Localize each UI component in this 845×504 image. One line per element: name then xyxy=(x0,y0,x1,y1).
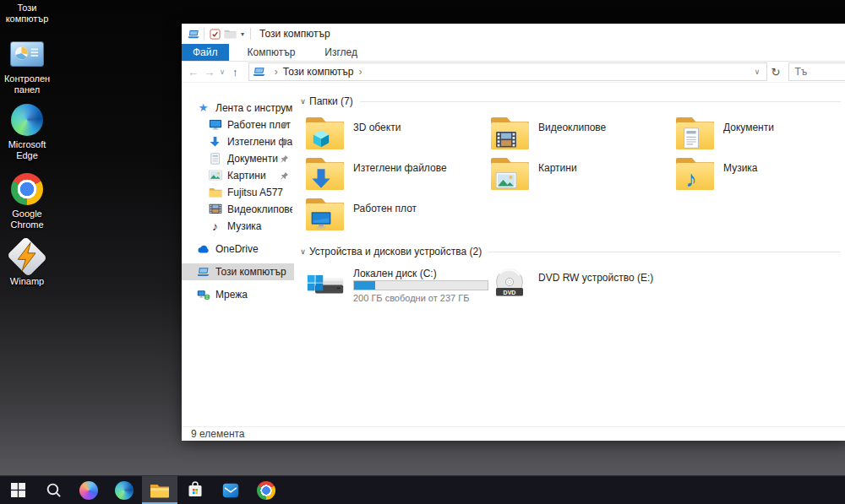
folder-tile-desktop[interactable]: Работен плот xyxy=(306,197,491,237)
music-icon: ♪ xyxy=(208,220,222,233)
search-input[interactable]: Тъ xyxy=(788,62,845,81)
music-folder-icon: ♪ xyxy=(676,158,714,190)
taskbar-search-button[interactable] xyxy=(35,476,71,504)
folders-grid: 3D обектиВидеоклиповеДокументиИзтеглени … xyxy=(306,116,845,237)
note-overlay-icon: ♪ xyxy=(680,167,702,190)
edge-icon xyxy=(115,481,134,500)
sidebar-item-label: Видеоклипове xyxy=(227,203,292,215)
ribbon-tabs: Файл Компютър Изглед xyxy=(182,44,845,62)
sidebar-item-documents[interactable]: Документи xyxy=(182,150,294,167)
sidebar-item-label: OneDrive xyxy=(215,243,292,255)
refresh-icon[interactable]: ↻ xyxy=(767,66,783,79)
sidebar-item-network[interactable]: Мрежа xyxy=(182,286,294,303)
up-icon[interactable]: ↑ xyxy=(227,66,243,79)
recent-locations-dropdown-icon[interactable]: ∨ xyxy=(217,68,226,76)
pin-icon xyxy=(280,171,289,181)
explorer-icon xyxy=(150,482,170,499)
breadcrumb-chevron-icon[interactable]: › xyxy=(354,66,368,78)
divider xyxy=(250,28,251,40)
sidebar-item-label: Лента с инструменти xyxy=(215,102,292,114)
device-tile-local-disk-c[interactable]: Локален диск (C:)200 ГБ свободни от 237 … xyxy=(306,268,491,304)
taskbar-outlook-button[interactable] xyxy=(213,476,248,504)
tab-view[interactable]: Изглед xyxy=(313,44,368,61)
folder-tile-label: Музика xyxy=(723,162,758,197)
taskbar-chrome-button[interactable] xyxy=(248,476,284,504)
pictures-icon xyxy=(208,170,222,182)
content-pane: ∨ Папки (7) 3D обектиВидеоклиповеДокумен… xyxy=(294,84,845,426)
folders-section-header[interactable]: ∨ Папки (7) xyxy=(297,94,841,109)
sidebar-item-fujitsu-a577[interactable]: Fujitsu A577 xyxy=(182,184,294,201)
sidebar-item-downloads[interactable]: Изтеглени файлове xyxy=(182,133,294,150)
desktop-icon-microsoft-edge[interactable]: Microsoft Edge xyxy=(2,103,52,161)
folder-icon xyxy=(208,187,222,199)
new-folder-icon[interactable] xyxy=(222,26,237,41)
taskbar-edge-button[interactable] xyxy=(106,476,142,504)
tab-file[interactable]: Файл xyxy=(182,44,229,61)
pc-icon xyxy=(196,266,210,279)
desktop-icon-this-pc[interactable]: Този компютър xyxy=(2,3,52,24)
network-icon xyxy=(196,289,210,301)
desktop-icon-google-chrome[interactable]: Google Chrome xyxy=(2,172,52,230)
breadcrumb-chevron-icon[interactable]: › xyxy=(270,66,283,78)
file-explorer-window: ▾ Този компютър Файл Компютър Изглед ← →… xyxy=(182,24,845,441)
folder-tile-label: Изтеглени файлове xyxy=(353,162,447,197)
folder-tile-label: 3D обекти xyxy=(353,122,401,156)
svg-text:DVD: DVD xyxy=(504,290,516,295)
chrome-icon xyxy=(257,481,275,500)
navigation-pane: ★Лента с инструментиРаботен плотИзтеглен… xyxy=(182,84,294,426)
folder-tile-3d-objects[interactable]: 3D обекти xyxy=(306,116,491,156)
breadcrumb[interactable]: Този компютър xyxy=(283,66,354,78)
folder-tile-label: Картини xyxy=(538,162,577,197)
taskbar-start-button[interactable] xyxy=(0,476,35,504)
window-body: ★Лента с инструментиРаботен плотИзтеглен… xyxy=(182,84,845,426)
folder-tile-videos[interactable]: Видеоклипове xyxy=(491,116,676,156)
folder-tile-downloads[interactable]: Изтеглени файлове xyxy=(306,156,491,197)
back-icon[interactable]: ← xyxy=(185,66,201,79)
pin-icon xyxy=(280,154,289,164)
desktop-icon-control-panel[interactable]: Контролен панел xyxy=(2,37,52,95)
sidebar-item-onedrive[interactable]: OneDrive xyxy=(182,241,294,257)
forward-icon[interactable]: → xyxy=(201,66,217,79)
sidebar-item-desktop[interactable]: Работен плот xyxy=(182,117,294,133)
properties-icon[interactable] xyxy=(207,26,222,41)
documents-icon xyxy=(208,153,222,165)
devices-section-header[interactable]: ∨ Устройства и дискови устройства (2) xyxy=(297,244,841,259)
folder-tile-music[interactable]: ♪Музика xyxy=(676,156,845,197)
sidebar-item-music[interactable]: ♪Музика xyxy=(182,218,294,235)
quick-access-dropdown-icon[interactable]: ▾ xyxy=(237,30,248,38)
sidebar-item-this-pc[interactable]: Този компютър xyxy=(182,263,294,280)
title-bar[interactable]: ▾ Този компютър xyxy=(182,24,845,44)
copilot-icon xyxy=(79,481,98,500)
collapse-chevron-icon[interactable]: ∨ xyxy=(297,97,309,106)
sidebar-item-label: Музика xyxy=(227,220,292,232)
pin-icon xyxy=(280,121,289,130)
window-pc-icon xyxy=(186,26,201,41)
taskbar-store-button[interactable] xyxy=(177,476,213,504)
tab-computer[interactable]: Компютър xyxy=(237,44,307,61)
downloads-folder-icon xyxy=(306,158,344,190)
photo-overlay-icon xyxy=(495,167,517,190)
address-bar[interactable]: › Този компютър › ∨ xyxy=(248,62,767,81)
monitor-overlay-icon xyxy=(310,208,332,230)
folder-tile-pictures[interactable]: Картини xyxy=(491,156,676,197)
section-rule xyxy=(360,101,841,102)
device-tile-dvd-rw-e[interactable]: DVDDVD RW устройство (E:) xyxy=(491,268,676,304)
address-dropdown-icon[interactable]: ∨ xyxy=(751,68,764,76)
address-toolbar: ← → ∨ ↑ › Този компютър › ∨ ↻ Тъ xyxy=(182,62,845,83)
desktop-icon-winamp[interactable]: Winamp xyxy=(2,240,52,287)
disk-usage-bar xyxy=(353,280,488,290)
collapse-chevron-icon[interactable]: ∨ xyxy=(297,247,309,256)
sidebar-item-label: Този компютър xyxy=(215,266,292,278)
sidebar-item-videos[interactable]: Видеоклипове xyxy=(182,201,294,218)
folder-tile-documents[interactable]: Документи xyxy=(676,116,845,156)
breadcrumb-pc-icon xyxy=(253,67,270,77)
taskbar-file-explorer-button[interactable] xyxy=(142,476,177,504)
film-overlay-icon xyxy=(495,127,517,149)
disk-usage-fill xyxy=(354,281,375,290)
sidebar-item-pictures[interactable]: Картини xyxy=(182,167,294,184)
google-chrome-icon xyxy=(8,172,46,206)
sidebar-item-quick-access[interactable]: ★Лента с инструменти xyxy=(182,100,294,117)
taskbar-copilot-button[interactable] xyxy=(71,476,106,504)
downloads-icon xyxy=(208,136,222,149)
videos-icon xyxy=(208,203,222,216)
